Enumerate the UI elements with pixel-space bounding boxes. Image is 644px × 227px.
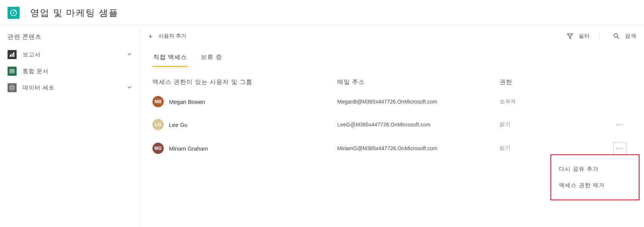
svg-point-1	[13, 12, 14, 14]
col-header-user: 액세스 권한이 있는 사용자 및 그룹	[152, 78, 337, 86]
toolbar-divider	[599, 32, 599, 40]
table-row[interactable]: MB Megan Bowen MeganB@M365x447726.OnMicr…	[140, 91, 644, 113]
more-cell: ···	[609, 142, 631, 155]
dataset-icon	[8, 83, 17, 92]
permission-cell: 읽기	[500, 121, 609, 128]
email-cell: LeeG@M365x447726.OnMicrosoft.com	[337, 122, 500, 128]
user-cell: MG Miriam Graham	[152, 143, 337, 154]
workbook-icon	[8, 67, 17, 76]
email-cell: MiriamG@M365x447726.OnMicrosoft.com	[337, 145, 500, 151]
user-name: Lee Gu	[169, 122, 188, 128]
sidebar-item-reports[interactable]: 보고서	[0, 46, 139, 63]
search-icon	[613, 33, 620, 40]
user-cell: MB Megan Bowen	[152, 96, 337, 107]
user-cell: LG Lee Gu	[152, 119, 337, 130]
toolbar: ＋ 사용자 추가 필터 검색	[140, 26, 644, 47]
context-menu: 다시 공유 추가 액세스 권한 제거	[550, 154, 639, 200]
user-name: Miriam Graham	[169, 145, 208, 152]
add-user-label: 사용자 추가	[158, 33, 186, 40]
email-cell: MeganB@M365x447726.OnMicrosoft.com	[337, 99, 500, 105]
table-header: 액세스 권한이 있는 사용자 및 그룹 메일 주소 권한	[140, 67, 644, 91]
avatar: LG	[152, 119, 164, 130]
more-options-button[interactable]: ···	[613, 118, 626, 131]
svg-rect-4	[13, 52, 14, 57]
tab-direct-access[interactable]: 직접 액세스	[152, 53, 188, 67]
sidebar-item-datasets[interactable]: 데이터 세트	[0, 79, 139, 96]
col-header-more	[609, 78, 631, 86]
tabs: 직접 액세스 보류 중	[140, 47, 644, 67]
add-user-button[interactable]: ＋ 사용자 추가	[147, 32, 186, 41]
sidebar: 관련 콘텐츠 보고서 통합 문서 데이터 세트	[0, 26, 140, 227]
sidebar-item-label: 데이터 세트	[23, 84, 127, 91]
col-header-email: 메일 주소	[337, 78, 500, 86]
filter-label: 필터	[579, 33, 590, 40]
svg-rect-2	[10, 55, 11, 57]
plus-icon: ＋	[147, 32, 154, 41]
sidebar-title: 관련 콘텐츠	[0, 32, 139, 46]
filter-button[interactable]: 필터	[567, 33, 590, 40]
svg-rect-3	[12, 53, 13, 57]
avatar: MB	[152, 96, 164, 107]
content: ＋ 사용자 추가 필터 검색 직접 액세스 보류 중 액세스 권한이 있는 사용…	[140, 26, 644, 227]
header: 영업 및 마케팅 샘플	[0, 0, 644, 26]
sidebar-item-workbooks[interactable]: 통합 문서	[0, 63, 139, 79]
sidebar-item-label: 보고서	[23, 51, 127, 58]
svg-point-10	[10, 85, 14, 87]
more-options-button[interactable]: ···	[613, 142, 626, 155]
page-title: 영업 및 마케팅 샘플	[30, 7, 118, 19]
svg-line-12	[617, 37, 619, 39]
svg-point-11	[614, 34, 618, 37]
main-container: 관련 콘텐츠 보고서 통합 문서 데이터 세트	[0, 26, 644, 227]
menu-item-remove-access[interactable]: 액세스 권한 제거	[551, 177, 639, 193]
chevron-down-icon	[127, 52, 132, 58]
svg-rect-5	[10, 69, 14, 73]
report-icon	[8, 50, 17, 59]
sidebar-item-label: 통합 문서	[23, 68, 132, 75]
permission-cell: 소유자	[500, 98, 609, 105]
menu-item-reshare[interactable]: 다시 공유 추가	[551, 161, 639, 177]
user-name: Megan Bowen	[169, 99, 205, 105]
search-label: 검색	[625, 33, 636, 40]
permission-cell: 읽기	[500, 145, 609, 152]
more-cell: ···	[609, 118, 631, 131]
avatar: MG	[152, 143, 164, 154]
search-button[interactable]: 검색	[613, 33, 636, 40]
app-icon	[8, 7, 20, 19]
tab-pending[interactable]: 보류 중	[200, 53, 223, 67]
col-header-permission: 권한	[500, 78, 609, 86]
table-row[interactable]: LG Lee Gu LeeG@M365x447726.OnMicrosoft.c…	[140, 113, 644, 137]
chevron-down-icon	[127, 85, 132, 91]
filter-icon	[567, 33, 573, 40]
